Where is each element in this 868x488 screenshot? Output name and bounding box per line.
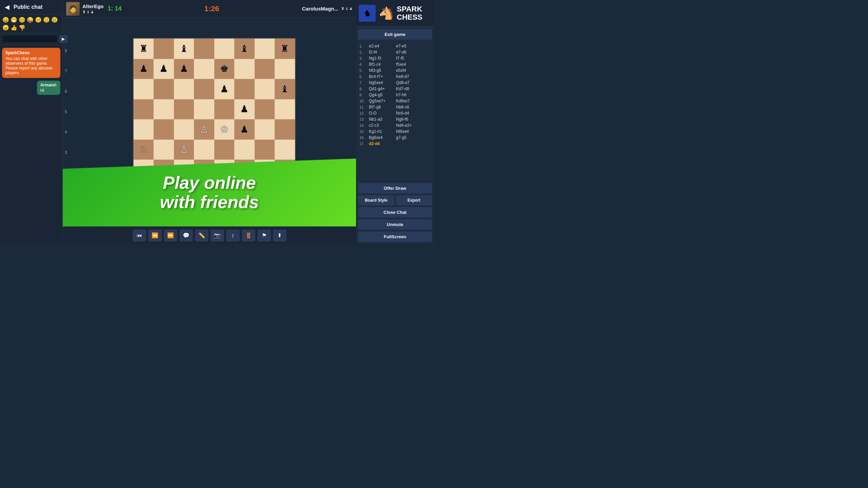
board-cell[interactable]	[255, 140, 275, 160]
board-cell[interactable]	[154, 99, 174, 120]
board-cell[interactable]: ♙	[174, 140, 194, 160]
chat-input[interactable]	[2, 35, 58, 43]
move-black[interactable]: f5xe4	[396, 62, 427, 67]
ctrl-up-icon[interactable]: ⬆	[273, 229, 287, 242]
board-cell[interactable]: ♝	[234, 39, 255, 59]
board-cell[interactable]	[194, 59, 214, 79]
board-cell[interactable]	[275, 140, 295, 160]
board-cell[interactable]	[255, 79, 275, 99]
board-cell[interactable]	[255, 119, 275, 140]
move-black[interactable]: Kd7-d8	[396, 86, 427, 91]
board-cell[interactable]: ♟	[174, 59, 194, 79]
board-cell[interactable]	[275, 99, 295, 120]
board-cell[interactable]	[194, 140, 214, 160]
emoji-button[interactable]: 👍	[10, 24, 18, 31]
ctrl-rewind-start[interactable]: ⏮	[133, 229, 146, 242]
move-white[interactable]: Qd1-g4+	[369, 86, 396, 91]
board-cell[interactable]	[234, 59, 255, 79]
emoji-button[interactable]: 😢	[51, 16, 58, 23]
move-white[interactable]: f2-f4	[369, 50, 396, 55]
emoji-button[interactable]: 😁	[10, 16, 18, 23]
move-black[interactable]: Nd4-e2+	[396, 123, 427, 128]
move-black[interactable]: Nf6xe4	[396, 129, 427, 134]
board-cell[interactable]	[214, 39, 235, 59]
ctrl-arrows-icon[interactable]: ↕	[226, 229, 240, 242]
board-cell[interactable]: ♜	[134, 39, 154, 59]
move-white[interactable]: Nb1-a3	[369, 117, 396, 122]
move-white[interactable]: Nf3-g5	[369, 68, 396, 73]
board-cell[interactable]	[234, 79, 255, 99]
board-cell[interactable]	[214, 99, 235, 120]
emoji-button[interactable]: 😟	[43, 16, 50, 23]
emoji-button[interactable]: 👎	[18, 24, 26, 31]
board-cell[interactable]: ♙	[194, 119, 214, 140]
exit-game-button[interactable]: Exit game	[358, 29, 432, 40]
move-white[interactable]: Qg4-g5	[369, 93, 396, 97]
board-cell[interactable]	[154, 140, 174, 160]
move-black[interactable]: Ke8-d7	[396, 74, 427, 79]
move-black[interactable]: h7-h6	[396, 93, 427, 97]
board-cell[interactable]	[174, 119, 194, 140]
board-cell[interactable]	[234, 140, 255, 160]
board-cell[interactable]	[255, 59, 275, 79]
board-cell[interactable]	[194, 79, 214, 99]
emoji-button[interactable]: 😜	[26, 16, 34, 23]
move-black[interactable]: e7-e5	[396, 44, 427, 48]
move-white[interactable]: Bf1-c4	[369, 62, 396, 67]
emoji-button[interactable]: 😠	[2, 24, 9, 31]
board-cell[interactable]	[194, 39, 214, 59]
offer-draw-button[interactable]: Offer Draw	[358, 183, 432, 194]
board-cell[interactable]	[134, 119, 154, 140]
board-cell[interactable]	[154, 39, 174, 59]
board-cell[interactable]: ♟	[234, 119, 255, 140]
board-cell[interactable]	[194, 99, 214, 120]
board-cell[interactable]	[275, 119, 295, 140]
unmute-button[interactable]: Unmute	[358, 219, 432, 230]
ctrl-rewind[interactable]: ⏪	[148, 229, 162, 242]
board-cell[interactable]: ♟	[234, 99, 255, 120]
board-cell[interactable]: ♘	[134, 140, 154, 160]
emoji-button[interactable]: 😀	[2, 16, 9, 23]
board-cell[interactable]: ♔	[214, 119, 235, 140]
move-white[interactable]: O-O	[369, 111, 396, 116]
move-black[interactable]: Qd8-e7	[396, 80, 427, 85]
ctrl-camera-icon[interactable]: 📷	[211, 229, 224, 242]
board-cell[interactable]	[255, 99, 275, 120]
close-chat-button[interactable]: Close Chat	[358, 207, 432, 218]
emoji-button[interactable]: 😐	[35, 16, 42, 23]
ctrl-flag-icon[interactable]: ⚑	[257, 229, 271, 242]
ctrl-fast-forward[interactable]: ⏩	[164, 229, 177, 242]
fullscreen-button[interactable]: FullScreen	[358, 231, 432, 242]
ctrl-resign-icon[interactable]: 🚪	[242, 229, 255, 242]
export-button[interactable]: Export	[396, 195, 432, 205]
move-white[interactable]: e2-e4	[369, 44, 396, 48]
move-black[interactable]: Ng8-f6	[396, 117, 427, 122]
board-cell[interactable]	[214, 140, 235, 160]
ctrl-chat-icon[interactable]: 💬	[179, 229, 193, 242]
move-black[interactable]: Kd8xe7	[396, 99, 427, 103]
move-black[interactable]: g7-g5	[396, 135, 427, 140]
board-cell[interactable]	[174, 79, 194, 99]
move-black[interactable]: d7-d6	[396, 50, 427, 55]
move-white[interactable]: Bc4-f7+	[369, 74, 396, 79]
move-white[interactable]: Ng5xe4	[369, 80, 396, 85]
ctrl-edit-icon[interactable]: ✏️	[195, 229, 209, 242]
move-white[interactable]: Ng1-f3	[369, 56, 396, 61]
move-white[interactable]: Kg1-h1	[369, 129, 396, 134]
move-white[interactable]: Bf7-g6	[369, 105, 396, 109]
board-cell[interactable]	[134, 99, 154, 120]
move-white[interactable]: d2-d4	[369, 141, 396, 146]
board-cell[interactable]: ♜	[275, 39, 295, 59]
board-cell[interactable]	[174, 99, 194, 120]
move-white[interactable]: Bg6xe4	[369, 135, 396, 140]
board-cell[interactable]: ♟	[154, 59, 174, 79]
board-cell[interactable]: ♚	[214, 59, 235, 79]
board-cell[interactable]	[275, 59, 295, 79]
emoji-button[interactable]: 😊	[18, 16, 26, 23]
board-cell[interactable]: ♟	[214, 79, 235, 99]
back-button[interactable]: ◀	[3, 3, 11, 12]
board-cell[interactable]	[154, 119, 174, 140]
move-black[interactable]: Nb8-c6	[396, 105, 427, 109]
board-cell[interactable]	[134, 79, 154, 99]
board-cell[interactable]: ♝	[275, 79, 295, 99]
